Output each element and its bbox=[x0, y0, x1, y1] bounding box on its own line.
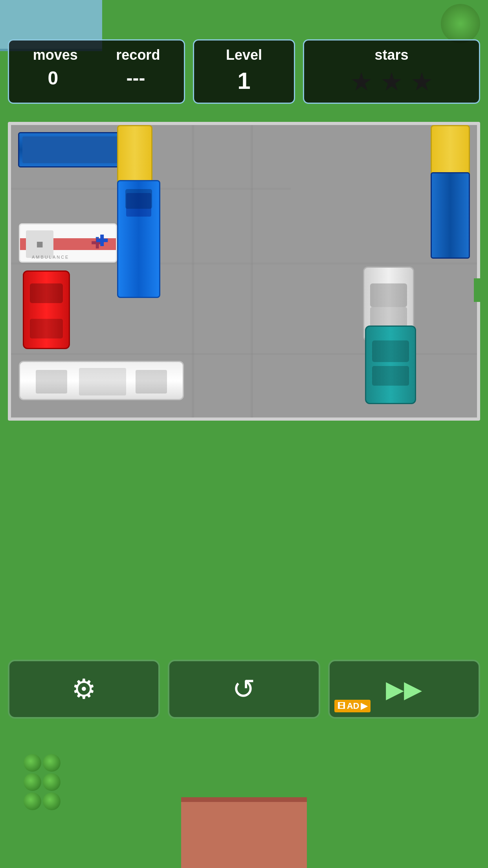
ad-skip-button[interactable]: ▶▶ 🎞 AD ▶ bbox=[328, 660, 480, 719]
stars-row: ★ ★ ★ bbox=[309, 67, 474, 96]
red-car[interactable] bbox=[23, 270, 70, 349]
restart-icon: ↺ bbox=[232, 673, 255, 705]
blue-van-vertical[interactable] bbox=[117, 180, 160, 298]
record-value: --- bbox=[127, 67, 145, 89]
settings-button[interactable]: ⚙ bbox=[8, 660, 160, 719]
yellow-van-top[interactable] bbox=[117, 125, 152, 188]
red-car-window-rear bbox=[30, 319, 63, 338]
level-box: Level 1 bbox=[193, 39, 295, 104]
background: moves record 0 --- Level 1 stars ★ ★ ★ bbox=[0, 0, 488, 868]
blue-truck-vertical-right[interactable] bbox=[431, 172, 470, 259]
stars-label: stars bbox=[309, 47, 474, 63]
tree-ball bbox=[43, 773, 61, 791]
level-value: 1 bbox=[199, 67, 289, 94]
park-line-v1 bbox=[192, 125, 194, 417]
limo-window-center bbox=[79, 368, 126, 395]
tree-ball bbox=[43, 793, 61, 810]
bottom-buttons: ⚙ ↺ ▶▶ 🎞 AD ▶ bbox=[8, 660, 480, 719]
windshield bbox=[125, 189, 152, 209]
star-2: ★ bbox=[380, 67, 403, 96]
moves-value: 0 bbox=[48, 67, 59, 89]
tree-bottom-left bbox=[24, 754, 75, 797]
film-icon: 🎞 bbox=[338, 702, 345, 711]
tree-ball bbox=[24, 773, 41, 791]
ad-text: AD bbox=[347, 701, 360, 711]
star-1: ★ bbox=[350, 67, 372, 96]
yellow-van-top-right[interactable] bbox=[431, 125, 470, 180]
parking-lot[interactable]: ■ ✚ AMBULANCE bbox=[8, 122, 480, 421]
ambulance[interactable]: ■ ✚ AMBULANCE bbox=[19, 223, 117, 263]
tree-top-right bbox=[441, 4, 480, 43]
blue-truck-horizontal[interactable] bbox=[18, 132, 124, 167]
ad-label: 🎞 AD ▶ bbox=[334, 700, 371, 712]
ambulance-cross: ✚ bbox=[95, 232, 108, 250]
exit-gap bbox=[474, 278, 480, 302]
header: moves record 0 --- Level 1 stars ★ ★ ★ bbox=[8, 39, 480, 104]
gear-icon: ⚙ bbox=[72, 673, 96, 705]
tree-ball bbox=[43, 754, 61, 772]
record-label: record bbox=[116, 47, 160, 63]
moves-record-box: moves record 0 --- bbox=[8, 39, 185, 104]
ambulance-window: ■ bbox=[26, 230, 53, 258]
restart-button[interactable]: ↺ bbox=[168, 660, 320, 719]
teal-car[interactable] bbox=[365, 326, 416, 404]
level-label: Level bbox=[199, 47, 289, 63]
white-limo[interactable] bbox=[19, 361, 184, 400]
stars-box: stars ★ ★ ★ bbox=[303, 39, 480, 104]
skip-icon: ▶▶ bbox=[386, 675, 422, 703]
silver-car-window-rear bbox=[370, 307, 407, 327]
building-bottom bbox=[181, 797, 307, 868]
park-line-h2 bbox=[11, 263, 477, 265]
moves-label: moves bbox=[33, 47, 78, 63]
tree-ball bbox=[24, 793, 41, 810]
star-3: ★ bbox=[411, 67, 433, 96]
park-line-v2 bbox=[251, 125, 253, 417]
teal-car-window-rear bbox=[372, 366, 409, 386]
tree-ball bbox=[24, 754, 41, 772]
ambulance-text: AMBULANCE bbox=[32, 255, 69, 259]
play-icon: ▶ bbox=[361, 701, 367, 711]
